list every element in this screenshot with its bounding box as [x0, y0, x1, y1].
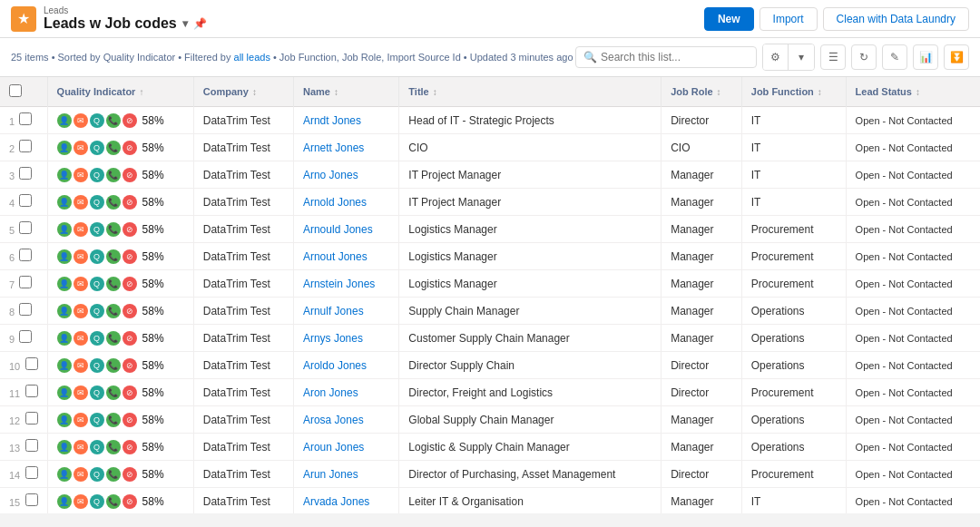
qi-block-icon-13: ⊘ [122, 467, 137, 482]
search-input[interactable] [601, 51, 749, 63]
name-link-6[interactable]: Arnstein Jones [303, 278, 375, 290]
row-checkbox-2[interactable] [19, 167, 32, 180]
row-checkbox-13[interactable] [25, 466, 38, 479]
status-cell-14: Open - Not Contacted [846, 488, 980, 514]
quality-cell-14: 👤 ✉ Q 📞 ⊘ 58% [47, 488, 193, 514]
name-link-4[interactable]: Arnould Jones [303, 223, 373, 236]
col-header-status[interactable]: Lead Status ↕ [846, 77, 980, 107]
company-cell-0: DataTrim Test [193, 107, 293, 134]
qi-phone-icon-8: 📞 [106, 331, 121, 346]
row-number-11: 12 [9, 415, 20, 426]
name-link-13[interactable]: Arun Jones [303, 468, 358, 481]
row-checkbox-cell-3: 4 [0, 189, 47, 216]
row-checkbox-4[interactable] [19, 221, 32, 234]
quality-cell-4: 👤 ✉ Q 📞 ⊘ 58% [47, 216, 193, 243]
row-checkbox-1[interactable] [19, 140, 32, 152]
title-cell-10: Director, Freight and Logistics [399, 379, 662, 406]
qi-block-icon-11: ⊘ [122, 413, 137, 427]
qi-person-icon-5: 👤 [57, 249, 72, 264]
row-checkbox-7[interactable] [19, 303, 32, 316]
col-header-quality[interactable]: Quality Indicator ↑ [47, 77, 193, 107]
jobfunction-cell-2: IT [741, 161, 846, 189]
edit-btn[interactable]: ✎ [882, 44, 907, 70]
qi-phone-icon-14: 📞 [106, 494, 121, 509]
jobfunction-cell-14: IT [741, 488, 846, 514]
new-button[interactable]: New [704, 7, 754, 31]
toolbar-right: 🔍 ⚙ ▾ ☰ ↻ ✎ 📊 ⏬ [575, 44, 969, 71]
quality-cell-6: 👤 ✉ Q 📞 ⊘ 58% [47, 270, 193, 298]
pin-icon[interactable]: 📌 [193, 17, 207, 30]
status-cell-0: Open - Not Contacted [846, 107, 980, 134]
import-button[interactable]: Import [760, 7, 818, 31]
select-all-checkbox[interactable] [9, 84, 22, 97]
row-checkbox-5[interactable] [19, 249, 32, 261]
name-link-9[interactable]: Aroldo Jones [303, 359, 367, 372]
qi-person-icon-12: 👤 [57, 440, 72, 454]
row-checkbox-9[interactable] [25, 357, 38, 370]
sort-quality-icon: ↑ [139, 87, 143, 97]
name-link-7[interactable]: Arnulf Jones [303, 305, 364, 317]
qi-person-icon-7: 👤 [57, 304, 72, 318]
col-header-company[interactable]: Company ↕ [193, 77, 293, 107]
qi-phone-icon-3: 📞 [106, 195, 121, 210]
col-header-jobfunction[interactable]: Job Function ↕ [741, 77, 846, 107]
name-link-12[interactable]: Aroun Jones [303, 441, 364, 454]
row-checkbox-3[interactable] [19, 194, 32, 207]
name-link-3[interactable]: Arnold Jones [303, 196, 367, 209]
qi-phone-icon-13: 📞 [106, 467, 121, 482]
title-value-9: Director Supply Chain [408, 359, 514, 372]
settings-dropdown-btn[interactable]: ▾ [789, 44, 814, 70]
status-value-12: Open - Not Contacted [856, 442, 953, 453]
chart-btn[interactable]: 📊 [913, 44, 938, 70]
jobrole-cell-0: Director [662, 107, 742, 134]
quality-icons-3: 👤 ✉ Q 📞 ⊘ 58% [57, 195, 184, 210]
row-checkbox-6[interactable] [19, 276, 32, 288]
qi-search-icon-0: Q [90, 113, 104, 128]
col-header-name[interactable]: Name ↕ [293, 77, 398, 107]
qi-email-icon-14: ✉ [74, 494, 88, 509]
clean-button[interactable]: Clean with Data Laundry [823, 7, 969, 31]
jobfunction-cell-6: Procurement [741, 270, 846, 298]
title-dropdown-icon[interactable]: ▾ [182, 17, 188, 30]
name-link-11[interactable]: Arosa Jones [303, 414, 364, 426]
name-link-5[interactable]: Arnout Jones [303, 250, 368, 263]
jobrole-value-6: Manager [671, 278, 713, 290]
status-cell-10: Open - Not Contacted [846, 379, 980, 406]
filter-link[interactable]: all leads [234, 52, 270, 63]
columns-btn[interactable]: ☰ [820, 44, 846, 70]
qi-person-icon-14: 👤 [57, 494, 72, 509]
company-cell-6: DataTrim Test [193, 270, 293, 298]
row-checkbox-10[interactable] [25, 385, 38, 397]
row-checkbox-8[interactable] [19, 330, 32, 343]
col-header-jobrole[interactable]: Job Role ↕ [662, 77, 742, 107]
settings-icon-btn[interactable]: ⚙ [763, 44, 789, 70]
name-link-0[interactable]: Arndt Jones [303, 114, 361, 127]
row-checkbox-11[interactable] [25, 412, 38, 425]
name-link-10[interactable]: Aron Jones [303, 386, 358, 399]
jobrole-value-8: Manager [671, 332, 713, 345]
qi-person-icon-2: 👤 [57, 168, 72, 182]
title-cell-7: Supply Chain Manager [399, 298, 662, 325]
filter-btn[interactable]: ⏬ [944, 44, 969, 70]
row-number-4: 5 [9, 225, 15, 236]
refresh-btn[interactable]: ↻ [851, 44, 877, 70]
name-cell-1: Arnett Jones [293, 134, 398, 161]
jobfunction-value-6: Procurement [751, 278, 814, 290]
jobfunction-cell-12: Operations [741, 434, 846, 461]
col-header-title[interactable]: Title ↕ [399, 77, 662, 107]
qi-person-icon-8: 👤 [57, 331, 72, 346]
name-link-14[interactable]: Arvada Jones [303, 495, 369, 508]
jobrole-value-1: CIO [671, 142, 690, 154]
status-cell-7: Open - Not Contacted [846, 298, 980, 325]
row-checkbox-14[interactable] [25, 493, 38, 506]
page-title: Leads w Job codes ▾ 📌 [44, 15, 207, 32]
name-link-1[interactable]: Arnett Jones [303, 142, 364, 154]
qi-block-icon-10: ⊘ [122, 385, 137, 400]
row-checkbox-12[interactable] [25, 439, 38, 452]
jobrole-value-7: Manager [671, 305, 713, 317]
name-link-2[interactable]: Arno Jones [303, 169, 358, 181]
qi-block-icon-0: ⊘ [122, 113, 137, 128]
row-checkbox-0[interactable] [19, 112, 32, 125]
name-link-8[interactable]: Arnys Jones [303, 332, 363, 345]
row-number-1: 2 [9, 143, 15, 154]
